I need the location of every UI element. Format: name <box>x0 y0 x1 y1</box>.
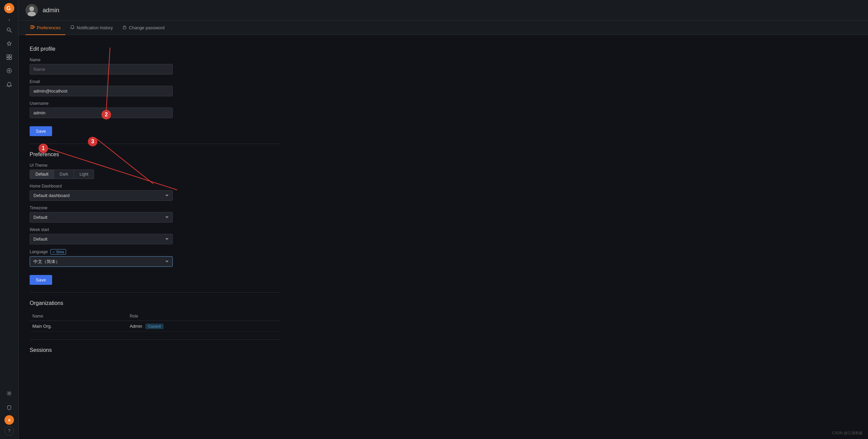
svg-point-10 <box>9 70 10 71</box>
timezone-label: Timezone <box>30 206 280 210</box>
name-field-group: Name <box>30 58 280 75</box>
home-dashboard-group: Home Dashboard Default dashboard <box>30 184 280 201</box>
svg-line-3 <box>10 31 12 32</box>
page-content: Edit profile Name Email Username Save Pr… <box>19 35 291 367</box>
edit-profile-save-button[interactable]: Save <box>30 126 52 136</box>
sidebar-collapse-button[interactable]: › <box>3 16 15 23</box>
sessions-title: Sessions <box>30 347 280 353</box>
language-select[interactable]: 中文（简体） <box>30 256 173 267</box>
beta-badge: ✓ Beta <box>50 249 66 255</box>
language-group: Language ✓ Beta 中文（简体） <box>30 249 280 267</box>
theme-default-button[interactable]: Default <box>30 170 54 179</box>
organizations-table: Name Role Main Org. Admin Current <box>30 312 280 332</box>
svg-point-11 <box>9 393 10 394</box>
watermark: CSDN @江湖有缘 <box>832 430 863 436</box>
profile-preferences-divider <box>30 144 280 144</box>
svg-rect-7 <box>7 58 9 60</box>
preferences-save-button[interactable]: Save <box>30 275 52 285</box>
help-icon[interactable]: ? <box>4 426 14 436</box>
beta-check-icon: ✓ <box>52 250 55 254</box>
ui-theme-group: UI Theme Default Dark Light <box>30 163 280 179</box>
week-start-group: Week start Default <box>30 227 280 244</box>
shield-icon[interactable] <box>3 402 15 414</box>
email-label: Email <box>30 79 280 84</box>
org-role-cell: Admin Current <box>127 321 280 332</box>
org-role-column-header: Role <box>127 312 280 321</box>
edit-profile-title: Edit profile <box>30 46 280 52</box>
org-sessions-divider <box>30 339 280 340</box>
org-name-cell: Main Org. <box>30 321 127 332</box>
starred-icon[interactable] <box>3 37 15 50</box>
explore-icon[interactable] <box>3 65 15 77</box>
preferences-org-divider <box>30 292 280 293</box>
dashboards-icon[interactable] <box>3 51 15 63</box>
theme-button-group: Default Dark Light <box>30 169 94 179</box>
ui-theme-label: UI Theme <box>30 163 280 168</box>
alerting-icon[interactable] <box>3 78 15 91</box>
tabs-bar: Preferences Notification history Change … <box>19 21 868 35</box>
home-dashboard-select[interactable]: Default dashboard <box>30 190 173 201</box>
timezone-select[interactable]: Default <box>30 212 173 223</box>
tab-preferences-label: Preferences <box>37 25 61 30</box>
svg-rect-18 <box>123 27 126 29</box>
settings-icon[interactable] <box>3 387 15 400</box>
app-logo[interactable]: G <box>4 3 15 14</box>
sidebar: G › <box>0 0 19 439</box>
tab-notification-history[interactable]: Notification history <box>65 21 118 35</box>
name-label: Name <box>30 58 280 62</box>
organizations-title: Organizations <box>30 300 280 306</box>
preferences-title: Preferences <box>30 151 280 158</box>
week-start-select[interactable]: Default <box>30 234 173 244</box>
week-start-label: Week start <box>30 227 280 232</box>
username-field-group: Username <box>30 101 280 118</box>
svg-rect-16 <box>32 26 34 29</box>
email-field-group: Email <box>30 79 280 96</box>
timezone-group: Timezone Default <box>30 206 280 223</box>
topbar-avatar <box>26 4 38 16</box>
theme-dark-button[interactable]: Dark <box>54 170 74 179</box>
svg-rect-8 <box>10 58 12 60</box>
org-name-column-header: Name <box>30 312 127 321</box>
table-row: Main Org. Admin Current <box>30 321 280 332</box>
username-label: Username <box>30 101 280 106</box>
content-area: Edit profile Name Email Username Save Pr… <box>19 35 868 439</box>
svg-rect-15 <box>31 26 32 29</box>
topbar-username: admin <box>43 7 59 14</box>
name-input[interactable] <box>30 64 173 75</box>
svg-point-13 <box>29 6 34 11</box>
tab-notification-label: Notification history <box>77 25 113 30</box>
current-badge: Current <box>145 324 164 329</box>
svg-rect-6 <box>10 55 12 57</box>
notification-tab-icon <box>70 25 75 30</box>
language-label-row: Language ✓ Beta <box>30 249 280 255</box>
email-input[interactable] <box>30 86 173 96</box>
svg-point-9 <box>7 69 12 73</box>
tab-change-password-label: Change password <box>129 25 165 30</box>
home-dashboard-label: Home Dashboard <box>30 184 280 189</box>
tab-change-password[interactable]: Change password <box>118 21 169 35</box>
password-tab-icon <box>122 25 127 30</box>
svg-rect-17 <box>34 27 34 28</box>
username-input[interactable] <box>30 108 173 118</box>
search-icon[interactable] <box>3 24 15 36</box>
svg-text:G: G <box>6 5 11 11</box>
main-content: admin Preferences Notification history <box>19 0 868 439</box>
beta-label: Beta <box>56 250 64 254</box>
tab-preferences[interactable]: Preferences <box>26 21 65 35</box>
language-label: Language <box>30 249 48 254</box>
user-avatar-button[interactable]: a <box>4 415 14 425</box>
theme-light-button[interactable]: Light <box>74 170 94 179</box>
topbar: admin <box>19 0 868 21</box>
preferences-tab-icon <box>30 25 35 30</box>
svg-rect-5 <box>7 55 9 57</box>
svg-marker-4 <box>7 42 11 46</box>
